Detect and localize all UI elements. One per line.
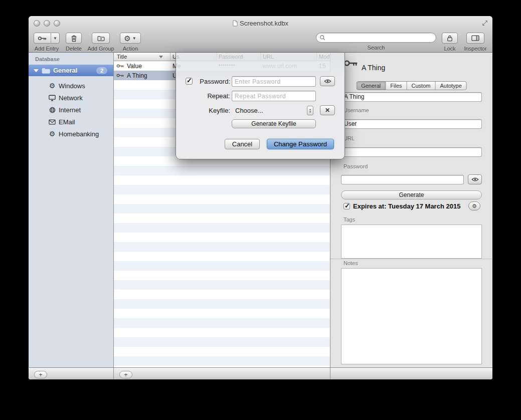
inspector-entry-title: A Thing [362, 64, 385, 72]
reveal-password-button[interactable] [468, 174, 482, 184]
notes-label: Notes [343, 260, 358, 266]
sidebar-list-divider[interactable] [113, 53, 114, 379]
change-password-button[interactable]: Change Password [267, 139, 334, 149]
folder-icon [97, 36, 105, 41]
sidebar-group-label: General [53, 67, 96, 74]
sort-indicator-icon [159, 56, 163, 58]
fullscreen-icon[interactable]: ⤢ [482, 19, 487, 27]
delete-button[interactable] [66, 33, 82, 44]
key-icon [116, 72, 124, 79]
column-divider[interactable] [170, 53, 170, 61]
inspector-label: Inspector [462, 46, 489, 52]
add-entry-button[interactable]: ▼ [34, 33, 60, 44]
search-area: Search [316, 33, 436, 51]
add-group-label: Add Group [86, 46, 116, 52]
expires-label: Expires at: Tuesday 17 March 2015 [353, 202, 460, 210]
window-title: Screenshot.kdbx [29, 20, 492, 27]
gear-icon: ⚙ [472, 203, 477, 209]
tags-input[interactable] [341, 225, 481, 258]
password-input[interactable] [232, 76, 316, 87]
url-field[interactable] [341, 147, 482, 157]
username-label: Username [343, 107, 369, 113]
sidebar-item-homebanking[interactable]: ⚙ Homebanking [29, 128, 113, 140]
tab-general[interactable]: General [357, 82, 385, 90]
search-label: Search [316, 45, 436, 51]
password-row: ✓ Password: [176, 76, 344, 87]
entry-count-badge: 2 [96, 67, 107, 74]
key-icon [38, 36, 47, 41]
inspector-panel: A Thing General Files Custom Autotype Us… [330, 53, 492, 367]
sidebar-item-email[interactable]: EMail [29, 116, 113, 128]
notes-input[interactable] [341, 269, 481, 364]
add-entry-plus-button[interactable]: + [119, 371, 132, 378]
add-group-toolbar-item: Add Group [86, 33, 116, 52]
gear-icon: ⚙ [124, 35, 130, 42]
disclosure-triangle-icon[interactable] [34, 69, 39, 72]
cell-title: Value [127, 63, 142, 70]
inspector-button[interactable] [466, 33, 484, 44]
cancel-button[interactable]: Cancel [225, 139, 260, 149]
toolbar: ▼ Add Entry Delete Add Group [29, 30, 492, 53]
sidebar-item-windows[interactable]: ⚙ Windows [29, 80, 113, 92]
repeat-label: Repeat: [195, 92, 230, 100]
username-field[interactable] [341, 119, 482, 129]
expires-settings-button[interactable]: ⚙ [468, 201, 480, 211]
keyfile-popup-value[interactable]: Choose... [235, 107, 263, 114]
delete-label: Delete [64, 46, 84, 52]
sidebar-item-label: Network [59, 94, 83, 102]
sidebar-item-label: EMail [59, 118, 75, 126]
url-label: URL [343, 135, 355, 141]
generate-password-button[interactable]: Generate [341, 190, 482, 199]
keyfile-label: Keyfile: [195, 107, 230, 114]
folder-icon [42, 68, 50, 74]
windows-icon: ⚙ [48, 82, 57, 89]
sidebar-item-network[interactable]: Network [29, 92, 113, 104]
lock-label: Lock [441, 46, 459, 52]
action-label: Action [119, 46, 142, 52]
inspector-tabs: General Files Custom Autotype [356, 81, 467, 90]
chevron-down-icon: ▼ [309, 111, 311, 113]
app-window: Screenshot.kdbx ⤢ ▼ Add Entry [29, 16, 492, 379]
close-icon: ✕ [325, 107, 330, 114]
add-entry-label: Add Entry [32, 46, 62, 52]
checkmark-icon: ✓ [344, 202, 350, 209]
title-field-wrap [341, 92, 482, 101]
eye-icon [324, 79, 331, 84]
expires-row: ✓ Expires at: Tuesday 17 March 2015 [343, 202, 460, 210]
trash-icon [71, 35, 77, 42]
action-toolbar-item: ⚙ ▼ Action [119, 33, 142, 52]
tab-files[interactable]: Files [385, 82, 406, 90]
bottom-bar: + + [29, 367, 492, 379]
repeat-input[interactable] [232, 91, 316, 101]
action-button[interactable]: ⚙ ▼ [120, 33, 141, 44]
password-field[interactable] [341, 175, 464, 184]
lock-button[interactable] [442, 33, 458, 44]
repeat-row: Repeat: [176, 91, 344, 101]
search-field[interactable] [316, 33, 436, 43]
add-group-plus-button[interactable]: + [34, 371, 47, 378]
email-icon [48, 119, 57, 125]
keyfile-stepper[interactable]: ▲▼ [307, 106, 313, 115]
document-icon [233, 20, 238, 27]
tags-box-wrap [341, 225, 482, 259]
internet-icon [48, 107, 57, 113]
sidebar-item-internet[interactable]: Internet [29, 104, 113, 116]
sidebar-group-general[interactable]: General 2 [29, 65, 113, 76]
expires-checkbox[interactable]: ✓ [343, 203, 350, 209]
clear-keyfile-button[interactable]: ✕ [320, 105, 335, 115]
password-checkbox[interactable]: ✓ [186, 78, 193, 85]
add-group-button[interactable] [92, 33, 110, 44]
column-header-title[interactable]: Title [117, 54, 127, 60]
reveal-password-button[interactable] [320, 76, 335, 86]
tags-label: Tags [343, 217, 355, 223]
change-password-sheet: ✓ Password: Repeat: Keyfile: Choose... ▲… [176, 53, 345, 159]
title-field[interactable] [341, 92, 482, 102]
generate-keyfile-button[interactable]: Generate Keyfile [232, 119, 316, 128]
tab-custom[interactable]: Custom [407, 82, 435, 90]
search-input[interactable] [325, 34, 433, 42]
sidebar-item-label: Windows [59, 82, 85, 90]
inspector-icon [471, 35, 479, 41]
chevron-down-icon: ▼ [132, 36, 137, 41]
password-label: Password: [195, 78, 230, 85]
tab-autotype[interactable]: Autotype [435, 82, 466, 90]
